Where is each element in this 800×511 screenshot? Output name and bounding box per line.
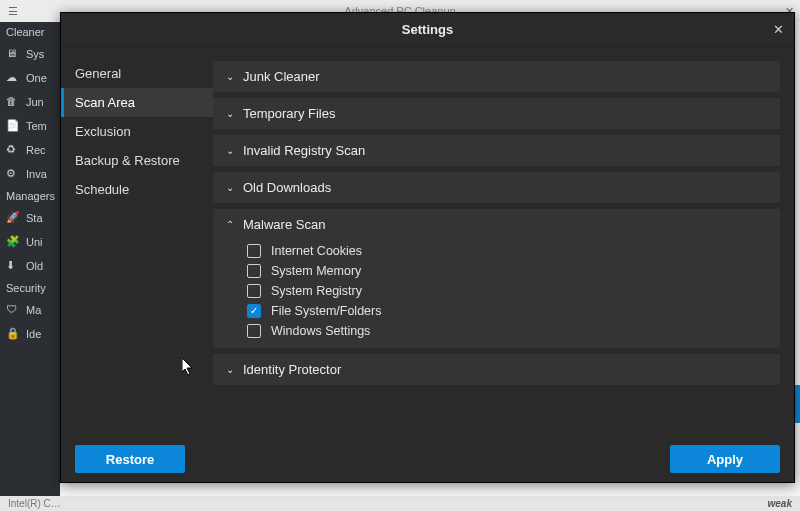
- section-header[interactable]: ⌄ Junk Cleaner: [213, 61, 780, 92]
- section-label: Junk Cleaner: [243, 69, 320, 84]
- modal-header: Settings ✕: [61, 13, 794, 47]
- sidebar-section-managers: Managers: [0, 186, 60, 206]
- sidebar-section-cleaner: Cleaner: [0, 22, 60, 42]
- option-system-registry[interactable]: System Registry: [247, 284, 768, 298]
- close-icon[interactable]: ✕: [773, 22, 784, 37]
- sidebar-item[interactable]: 🚀Sta: [0, 206, 60, 230]
- checkbox[interactable]: [247, 244, 261, 258]
- checkbox[interactable]: [247, 264, 261, 278]
- nav-item-backup-restore[interactable]: Backup & Restore: [61, 146, 213, 175]
- section-malware-scan: ⌃ Malware Scan Internet Cookies System M…: [213, 209, 780, 349]
- checkbox[interactable]: [247, 304, 261, 318]
- option-label: System Memory: [271, 264, 361, 278]
- chevron-down-icon: ⌄: [225, 364, 235, 375]
- apply-button[interactable]: Apply: [670, 445, 780, 473]
- cloud-icon: ☁: [6, 71, 20, 85]
- section-label: Identity Protector: [243, 362, 341, 377]
- section-header[interactable]: ⌄ Temporary Files: [213, 98, 780, 129]
- sidebar-item[interactable]: 🔒Ide: [0, 322, 60, 346]
- chevron-down-icon: ⌄: [225, 182, 235, 193]
- file-icon: 📄: [6, 119, 20, 133]
- modal-title: Settings: [402, 22, 453, 37]
- checkbox[interactable]: [247, 284, 261, 298]
- shield-icon: 🛡: [6, 303, 20, 317]
- hamburger-icon[interactable]: ☰: [8, 5, 18, 18]
- section-header[interactable]: ⌄ Identity Protector: [213, 354, 780, 385]
- accordion: ⌄ Junk Cleaner ⌄ Temporary Files ⌄ Inval: [213, 61, 780, 404]
- option-label: System Registry: [271, 284, 362, 298]
- settings-modal: Settings ✕ General Scan Area Exclusion B…: [60, 12, 795, 483]
- sidebar-item[interactable]: ⚙Inva: [0, 162, 60, 186]
- nav-item-schedule[interactable]: Schedule: [61, 175, 213, 204]
- section-label: Temporary Files: [243, 106, 335, 121]
- section-identity-protector: ⌄ Identity Protector: [213, 354, 780, 386]
- option-file-system-folders[interactable]: File System/Folders: [247, 304, 768, 318]
- section-header[interactable]: ⌃ Malware Scan: [213, 209, 780, 240]
- option-internet-cookies[interactable]: Internet Cookies: [247, 244, 768, 258]
- section-label: Invalid Registry Scan: [243, 143, 365, 158]
- settings-nav: General Scan Area Exclusion Backup & Res…: [61, 47, 213, 436]
- sidebar-item[interactable]: ♻Rec: [0, 138, 60, 162]
- section-label: Old Downloads: [243, 180, 331, 195]
- option-windows-settings[interactable]: Windows Settings: [247, 324, 768, 338]
- nav-item-general[interactable]: General: [61, 59, 213, 88]
- option-system-memory[interactable]: System Memory: [247, 264, 768, 278]
- option-label: Windows Settings: [271, 324, 370, 338]
- modal-footer: Restore Apply: [61, 436, 794, 482]
- chevron-down-icon: ⌄: [225, 145, 235, 156]
- recycle-icon: ♻: [6, 143, 20, 157]
- checkbox[interactable]: [247, 324, 261, 338]
- app-sidebar: Cleaner 🖥Sys ☁One 🗑Jun 📄Tem ♻Rec ⚙Inva M…: [0, 22, 60, 496]
- sidebar-item[interactable]: ☁One: [0, 66, 60, 90]
- section-junk-cleaner: ⌄ Junk Cleaner: [213, 61, 780, 93]
- option-label: Internet Cookies: [271, 244, 362, 258]
- status-bar: Intel(R) C… weak: [0, 496, 800, 511]
- sidebar-item[interactable]: 📄Tem: [0, 114, 60, 138]
- section-label: Malware Scan: [243, 217, 325, 232]
- chevron-down-icon: ⌄: [225, 108, 235, 119]
- sidebar-section-security: Security: [0, 278, 60, 298]
- section-header[interactable]: ⌄ Old Downloads: [213, 172, 780, 203]
- sidebar-item[interactable]: 🧩Uni: [0, 230, 60, 254]
- section-invalid-registry: ⌄ Invalid Registry Scan: [213, 135, 780, 167]
- chevron-up-icon: ⌃: [225, 219, 235, 230]
- status-left: Intel(R) C…: [8, 498, 61, 509]
- uninstall-icon: 🧩: [6, 235, 20, 249]
- startup-icon: 🚀: [6, 211, 20, 225]
- settings-panel: ⌄ Junk Cleaner ⌄ Temporary Files ⌄ Inval: [213, 47, 794, 436]
- download-icon: ⬇: [6, 259, 20, 273]
- sidebar-item[interactable]: 🛡Ma: [0, 298, 60, 322]
- nav-item-scan-area[interactable]: Scan Area: [61, 88, 213, 117]
- status-right: weak: [768, 498, 792, 509]
- section-body: Internet Cookies System Memory System Re…: [213, 240, 780, 348]
- sidebar-item[interactable]: 🖥Sys: [0, 42, 60, 66]
- nav-item-exclusion[interactable]: Exclusion: [61, 117, 213, 146]
- monitor-icon: 🖥: [6, 47, 20, 61]
- option-label: File System/Folders: [271, 304, 381, 318]
- sidebar-item[interactable]: ⬇Old: [0, 254, 60, 278]
- section-header[interactable]: ⌄ Invalid Registry Scan: [213, 135, 780, 166]
- section-old-downloads: ⌄ Old Downloads: [213, 172, 780, 204]
- identity-icon: 🔒: [6, 327, 20, 341]
- section-temporary-files: ⌄ Temporary Files: [213, 98, 780, 130]
- restore-button[interactable]: Restore: [75, 445, 185, 473]
- chevron-down-icon: ⌄: [225, 71, 235, 82]
- registry-icon: ⚙: [6, 167, 20, 181]
- sidebar-item[interactable]: 🗑Jun: [0, 90, 60, 114]
- trash-icon: 🗑: [6, 95, 20, 109]
